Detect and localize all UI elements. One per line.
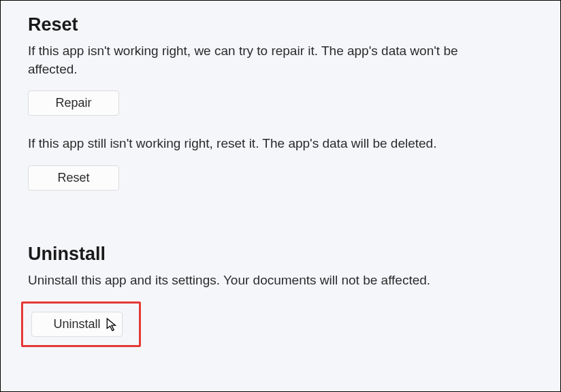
uninstall-button[interactable]: Uninstall [31, 312, 123, 337]
reset-description: If this app still isn't working right, r… [28, 135, 491, 153]
uninstall-description: Uninstall this app and its settings. You… [28, 272, 491, 290]
highlight-annotation: Uninstall [21, 301, 141, 347]
repair-description: If this app isn't working right, we can … [28, 42, 491, 78]
repair-button[interactable]: Repair [28, 91, 119, 116]
reset-heading: Reset [28, 14, 533, 35]
reset-button[interactable]: Reset [28, 165, 119, 191]
uninstall-heading: Uninstall [28, 244, 533, 265]
